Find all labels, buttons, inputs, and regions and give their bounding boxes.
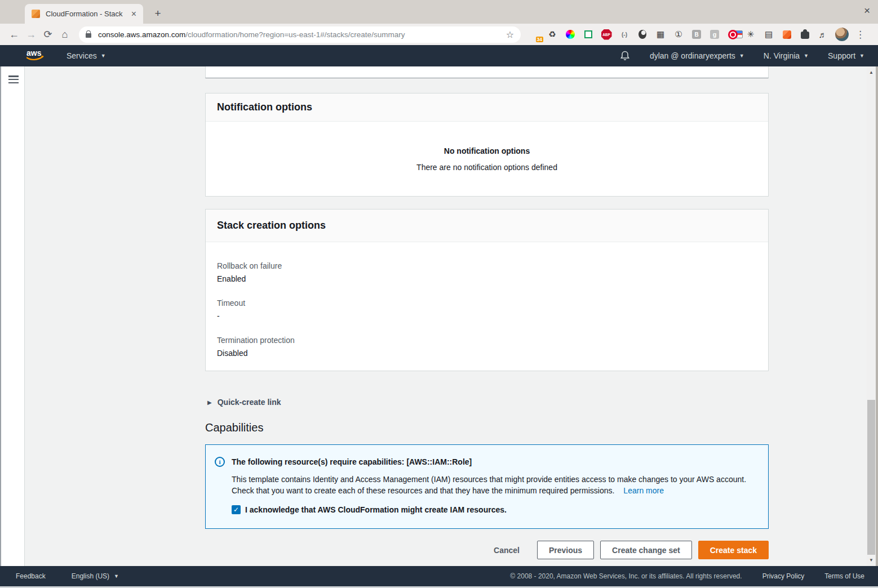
back-icon[interactable]: ← (6, 29, 23, 41)
url-path: /cloudformation/home?region=us-east-1#/s… (185, 30, 405, 39)
recycle-extension-icon[interactable]: ♻ (547, 29, 558, 40)
scroll-down-icon[interactable]: ▼ (867, 558, 876, 563)
feedback-link[interactable]: Feedback (16, 572, 46, 580)
card-title: Stack creation options (217, 220, 326, 231)
services-menu[interactable]: Services ▼ (66, 51, 106, 60)
quick-create-link-expander[interactable]: ▶ Quick-create link (207, 398, 281, 407)
news-extension-icon[interactable]: ▤ (763, 29, 774, 40)
scrollbar-thumb[interactable] (867, 400, 875, 555)
language-selector[interactable]: English (US) ▼ (72, 572, 119, 580)
previous-button[interactable]: Previous (537, 541, 594, 559)
left-sidebar (1, 66, 25, 566)
chevron-down-icon: ▼ (114, 573, 119, 579)
quick-create-link-label: Quick-create link (218, 398, 281, 407)
support-label: Support (828, 51, 855, 60)
extension-icons: 34 ♻ ABP (-) ▦ ① B g ✳ ▤ ♬ (529, 29, 828, 40)
puzzle-extension-icon[interactable] (799, 29, 810, 40)
forward-icon[interactable]: → (23, 29, 39, 41)
chevron-down-icon: ▼ (859, 53, 864, 59)
aws-logo[interactable]: aws (25, 48, 46, 64)
action-buttons: Cancel Previous Create change set Create… (205, 541, 769, 559)
privacy-policy-link[interactable]: Privacy Policy (762, 572, 805, 580)
capabilities-heading: Capabilities (205, 421, 263, 434)
stack-creation-options-header: Stack creation options (206, 210, 768, 242)
screenshot-extension-icon[interactable] (583, 29, 594, 40)
g-extension-icon[interactable]: g (709, 29, 720, 40)
timeout-field: Timeout - (217, 299, 757, 320)
b-extension-icon[interactable]: B (691, 29, 702, 40)
region-label: N. Virginia (764, 51, 800, 60)
copyright-text: © 2008 - 2020, Amazon Web Services, Inc.… (510, 572, 742, 580)
services-label: Services (66, 51, 97, 60)
home-icon[interactable]: ⌂ (56, 29, 73, 41)
chevron-down-icon: ▼ (101, 53, 106, 59)
alert-body: This template contains Identity and Acce… (232, 474, 759, 496)
notification-options-card: Notification options No notification opt… (205, 93, 769, 197)
window-close-icon[interactable]: × (864, 5, 870, 17)
playlist-extension-icon[interactable]: ♬ (817, 29, 828, 40)
browser-tab[interactable]: CloudFormation - Stack × (25, 4, 143, 24)
spinner-extension-icon[interactable]: ✳ (745, 29, 756, 40)
notifications-bell-icon[interactable] (619, 50, 631, 61)
field-value: - (217, 311, 757, 320)
wallet-extension-icon[interactable]: 34 (529, 29, 540, 40)
empty-state-title: No notification options (444, 146, 530, 155)
address-bar[interactable]: console.aws.amazon.com/cloudformation/ho… (79, 26, 521, 43)
brackets-extension-icon[interactable]: (-) (619, 29, 630, 40)
notification-options-empty-state: No notification options There are no not… (206, 122, 768, 196)
url-host: console.aws.amazon.com (98, 30, 185, 39)
aws-navbar: aws Services ▼ dylan @ ordinaryexperts ▼… (0, 45, 878, 66)
info-icon: i (215, 457, 225, 467)
chevron-down-icon: ▼ (804, 53, 809, 59)
svg-text:aws: aws (26, 48, 42, 57)
support-menu[interactable]: Support ▼ (828, 51, 864, 60)
field-label: Termination protection (217, 336, 757, 345)
alert-title: The following resource(s) require capabi… (232, 457, 759, 467)
url-text: console.aws.amazon.com/cloudformation/ho… (98, 30, 506, 39)
field-label: Rollback on failure (217, 261, 757, 270)
reload-icon[interactable]: ⟳ (39, 28, 56, 41)
profile-avatar[interactable] (835, 28, 849, 41)
qr-code-extension-icon[interactable]: ▦ (655, 29, 666, 40)
field-label: Timeout (217, 299, 757, 308)
reader-extension-icon[interactable] (637, 29, 648, 40)
learn-more-link[interactable]: Learn more (623, 486, 664, 495)
terms-of-use-link[interactable]: Terms of Use (824, 572, 864, 580)
window-edge (876, 66, 878, 566)
acknowledge-row: ✓ I acknowledge that AWS CloudFormation … (232, 505, 759, 514)
vertical-scrollbar[interactable]: ▲ ▼ (867, 66, 876, 566)
color-wheel-extension-icon[interactable] (565, 29, 576, 40)
acknowledge-label: I acknowledge that AWS CloudFormation mi… (245, 505, 507, 514)
stack-creation-options-card: Stack creation options Rollback on failu… (205, 209, 769, 371)
capabilities-alert: i The following resource(s) require capa… (205, 444, 769, 529)
region-menu[interactable]: N. Virginia ▼ (764, 51, 809, 60)
one-circle-extension-icon[interactable]: ① (673, 29, 684, 40)
account-menu[interactable]: dylan @ ordinaryexperts ▼ (650, 51, 744, 60)
page-content: Notification options No notification opt… (0, 66, 867, 566)
new-tab-button[interactable]: + (150, 6, 166, 21)
notification-options-header: Notification options (206, 93, 768, 122)
empty-state-subtitle: There are no notification options define… (416, 163, 557, 172)
adblock-plus-extension-icon[interactable]: ABP (601, 29, 612, 40)
browser-tab-strip: CloudFormation - Stack × + × (0, 0, 878, 24)
red-link-extension-icon[interactable] (727, 29, 738, 40)
hamburger-menu-icon[interactable] (8, 75, 19, 85)
bookmark-star-icon[interactable]: ☆ (506, 29, 514, 40)
tab-title: CloudFormation - Stack (46, 10, 130, 18)
field-value: Disabled (217, 349, 757, 358)
browser-toolbar: ← → ⟳ ⌂ console.aws.amazon.com/cloudform… (0, 24, 878, 45)
console-footer: Feedback English (US) ▼ © 2008 - 2020, A… (0, 566, 878, 586)
fox-extension-icon[interactable] (781, 29, 792, 40)
cloudformation-favicon-icon (32, 10, 40, 18)
rollback-on-failure-field: Rollback on failure Enabled (217, 261, 757, 283)
scroll-up-icon[interactable]: ▲ (867, 70, 876, 75)
browser-menu-icon[interactable]: ⋮ (855, 29, 865, 41)
create-stack-button[interactable]: Create stack (698, 541, 769, 559)
cancel-button[interactable]: Cancel (494, 546, 520, 555)
create-change-set-button[interactable]: Create change set (600, 541, 692, 559)
acknowledge-checkbox[interactable]: ✓ (232, 505, 241, 514)
field-value: Enabled (217, 274, 757, 283)
tab-close-icon[interactable]: × (130, 10, 138, 19)
termination-protection-field: Termination protection Disabled (217, 336, 757, 358)
chevron-down-icon: ▼ (739, 53, 744, 59)
